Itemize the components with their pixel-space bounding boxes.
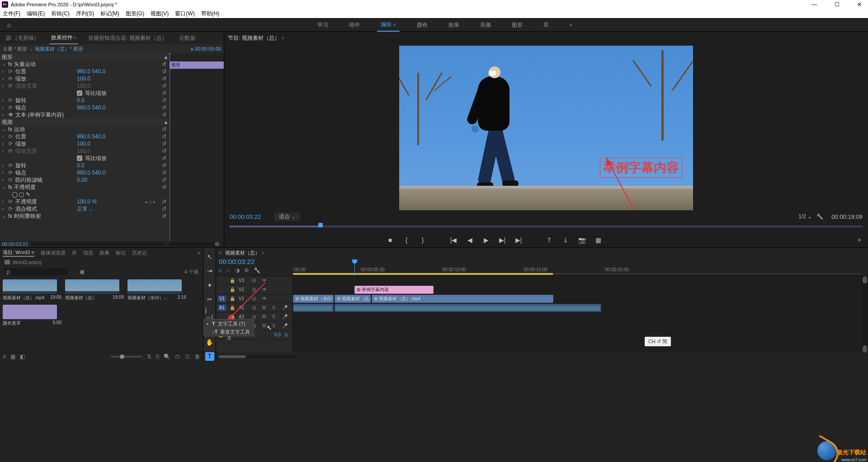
time-ruler[interactable]: :00:00 00:00:05:00 00:00:10:00 00:00:15:… [293,258,868,276]
track-select-tool[interactable]: ⇥ [205,266,214,275]
extract-button[interactable]: ⤓ [561,236,570,244]
prop-row[interactable]: ›⟳ 防闪烁滤镜0.00↺ [0,176,169,184]
workspace-libraries[interactable]: 库 [540,18,552,32]
sync-lock-icon[interactable]: ⊟ [252,287,259,292]
menu-graphics[interactable]: 图形(G) [125,10,145,18]
folder-icon[interactable] [5,260,10,264]
voice-icon[interactable]: 🎤 [282,314,288,319]
program-title[interactable]: 节目: 视频素材（总） [228,34,280,42]
comparison-button[interactable]: ▦ [594,236,602,244]
list-view-icon[interactable]: ≡ [3,354,6,360]
voice-icon[interactable]: 🎤 [282,305,288,310]
thumbnail-size-slider[interactable] [111,356,142,358]
tab-markers[interactable]: 标记 [116,250,126,256]
workspace-audio[interactable]: 音频 [476,18,495,32]
breadcrumb-sequence[interactable]: 视频素材（总）* 图形 [35,46,83,52]
ripple-tool[interactable]: ✦ [205,281,214,289]
bin-item[interactable]: 颜色遮罩5:00 [3,305,61,326]
close-sequence-icon[interactable]: × [219,250,222,255]
effect-timecode[interactable]: 00:00:03:22 [2,241,28,247]
effect-text[interactable]: ›👁 文本 (举例字幕内容)↺ [0,111,169,118]
automate-icon[interactable]: ⎘ [156,354,159,360]
prop-uniform-scale[interactable]: ✓等比缩放↺ [0,90,169,97]
playhead-icon[interactable] [318,223,323,227]
icon-view-icon[interactable]: ▦ [10,354,15,360]
new-bin-icon[interactable]: 🗀 [175,354,180,360]
menu-marker[interactable]: 标记(M) [99,10,120,18]
close-button[interactable]: ✕ [853,1,866,8]
panel-menu-icon[interactable]: ≡ [393,22,396,27]
track-header[interactable]: 🔒V3⊟👁 [216,276,292,285]
bracket-in-button[interactable]: { [402,236,410,244]
sync-lock-icon[interactable]: ⊟ [252,278,259,283]
sync-lock-icon[interactable]: ⊟ [252,296,259,301]
play-button[interactable]: ▶ [482,236,490,244]
bin-thumbnail[interactable] [3,305,57,319]
tab-effects[interactable]: 效果 [99,250,109,256]
prop-row[interactable]: ›⟳ 旋转0.0↺ [0,97,169,104]
bin-item[interactable]: 视频素材（水印）...2:15 [127,279,186,301]
slip-tool[interactable]: |↔| [205,309,214,318]
panel-menu-icon[interactable]: ≡ [74,35,76,40]
vertical-type-tool-item[interactable]: ↓T垂直文字工具 [204,328,254,336]
effect-scrollbar-2[interactable] [170,242,219,246]
step-fwd-button[interactable]: ▶| [498,236,506,244]
toggle-output-icon[interactable]: 👁 [262,296,269,301]
voice-icon[interactable]: 🎤 [282,323,288,328]
menu-sequence[interactable]: 序列(S) [75,10,95,18]
panel-menu-icon[interactable]: ≡ [262,250,264,255]
track-lane[interactable] [293,312,861,321]
effect-mini-timeline[interactable]: 图形 [169,53,224,241]
program-timecode[interactable]: 00:00:03:22 [230,213,261,220]
workspace-graphics[interactable]: 图形 [508,18,526,32]
workspace-assembly[interactable]: 组件 [345,18,363,32]
find-icon[interactable]: 🔍 [164,354,170,360]
bin-thumbnail[interactable] [65,279,119,294]
mini-playhead[interactable] [170,53,170,241]
bin-item[interactable]: 视频素材（总）.mp419:09 [3,279,61,301]
new-item-icon[interactable]: 🗋 [185,354,190,360]
export-frame-button[interactable]: 📷 [578,236,586,244]
prop-row[interactable]: ›⟳ 锚点960.0 540.0↺ [0,104,169,111]
subtitle-text[interactable]: 举例字幕内容 [600,158,682,178]
new-bin-camera-icon[interactable]: ▣ [80,269,85,275]
lock-icon[interactable]: 🔒 [230,287,235,292]
type-tool[interactable]: T [205,352,214,361]
mask-tools[interactable]: ◯ ▢ ✎ [0,191,169,198]
marker-icon[interactable]: ◑ [235,267,240,273]
program-scrubber[interactable] [230,222,863,229]
sort-icon[interactable]: ⇅ [147,354,151,360]
panel-menu-icon[interactable]: ≡ [282,36,284,41]
timeline-clip[interactable]: ⊞ 视频素材（水印 [293,295,334,303]
workspace-effects[interactable]: 效果 [445,18,463,32]
program-viewer[interactable]: 举例字幕内容 [399,46,693,210]
trash-icon[interactable]: 🗑 [195,354,200,360]
maximize-button[interactable]: ☐ [830,1,844,8]
prop-row[interactable]: ›⟳ 锚点960.0 540.0↺ [0,169,169,176]
prop-row[interactable]: ›⟳ 旋转0.0↺ [0,162,169,169]
menu-help[interactable]: 帮助(H) [200,10,221,18]
prop-row[interactable]: ›⟳ 位置960.0 540.0↺ [0,133,169,140]
track-header[interactable]: 🔒V2⊟👁 [216,285,292,294]
hand-tool[interactable]: ✋ [205,338,214,346]
lock-icon[interactable]: 🔒 [230,278,235,283]
effect-scrollbar[interactable] [31,242,164,246]
timeline-zoom-slider[interactable] [219,355,296,358]
minimize-button[interactable]: — [807,1,821,8]
workspace-editing[interactable]: 编辑≡ [377,18,400,32]
track-lane[interactable] [293,321,861,330]
effect-group[interactable]: ⌄fx运动↺ [0,126,169,133]
home-button[interactable]: ⌂ [0,18,18,32]
menu-window[interactable]: 窗口(W) [174,10,195,18]
prop-uniform-scale[interactable]: ✓等比缩放↺ [0,155,169,162]
timeline-clip[interactable]: ⊞ 举例字幕内容 [354,286,434,294]
timeline-vscroll[interactable] [862,276,868,353]
toggle-output-icon[interactable]: 👁 [262,278,269,283]
button-editor-icon[interactable]: ＋ [856,236,863,244]
breadcrumb-master[interactable]: 主要 * 图形 [3,46,27,52]
bracket-out-button[interactable]: } [419,236,427,244]
sequence-title[interactable]: 视频素材（总） [225,250,260,256]
type-tool-item[interactable]: T文字工具 (T) [204,320,254,328]
settings-icon[interactable]: ⚙ [244,267,249,273]
timeline-clip[interactable] [293,304,334,312]
